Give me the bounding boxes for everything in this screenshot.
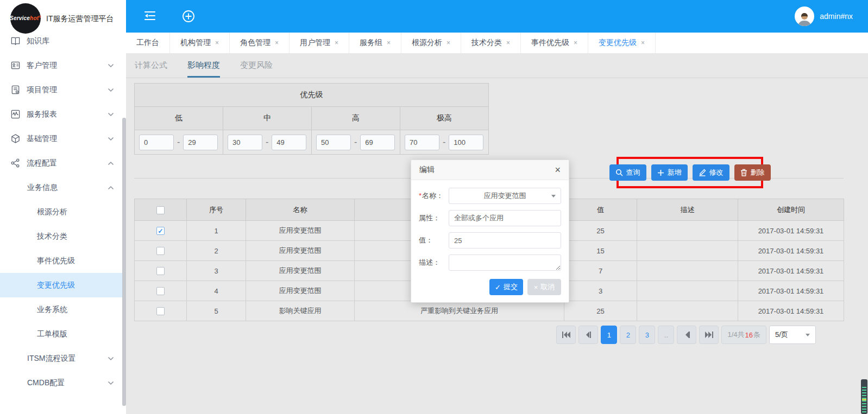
sidebar-item-ticket-template[interactable]: 工单模版 bbox=[0, 322, 126, 346]
user-area[interactable]: admin#nx bbox=[795, 0, 853, 33]
avatar[interactable] bbox=[795, 7, 814, 26]
pagination: 1 2 3 .. 1/4共16条 5/页 bbox=[556, 326, 816, 344]
sidebar-item-itsm-process[interactable]: ITSM流程设置 bbox=[0, 346, 126, 371]
annotation-highlight-box: 查询 新增 修改 删除 bbox=[617, 157, 763, 188]
close-icon[interactable]: × bbox=[641, 39, 645, 47]
chevron-up-icon bbox=[108, 161, 114, 165]
row-checkbox[interactable] bbox=[156, 267, 165, 275]
add-circle-icon[interactable] bbox=[181, 9, 196, 23]
row-checkbox-checked[interactable]: ✓ bbox=[156, 227, 165, 235]
value-field[interactable] bbox=[449, 232, 561, 249]
page-size-select[interactable]: 5/页 bbox=[769, 326, 816, 344]
sidebar-item-base[interactable]: 基础管理 bbox=[0, 126, 126, 151]
sidebar-item-incident-priority[interactable]: 事件优先级 bbox=[0, 249, 126, 273]
row-checkbox[interactable] bbox=[156, 287, 165, 295]
servicehot-logo: Servicehot® bbox=[10, 3, 41, 34]
row-checkbox[interactable] bbox=[156, 247, 165, 255]
sidebar-item-label: 客户管理 bbox=[27, 61, 57, 71]
tab-service-group[interactable]: 服务组× bbox=[349, 33, 401, 53]
page-button-3[interactable]: 3 bbox=[639, 326, 655, 344]
sidebar-item-label: 技术分类 bbox=[37, 232, 67, 241]
sidebar-item-business-system[interactable]: 业务系统 bbox=[0, 297, 126, 322]
priority-medium-min-input[interactable] bbox=[228, 135, 262, 150]
tab-org-mgmt[interactable]: 机构管理× bbox=[170, 33, 230, 53]
sidebar-scrollbar[interactable] bbox=[122, 118, 126, 406]
tab-change-priority[interactable]: 变更优先级× bbox=[588, 33, 656, 53]
close-icon[interactable]: × bbox=[446, 39, 450, 47]
subtab-calc-formula[interactable]: 计算公式 bbox=[135, 53, 167, 78]
add-button[interactable]: 新增 bbox=[651, 164, 688, 181]
delete-button[interactable]: 删除 bbox=[734, 164, 771, 181]
sidebar-item-root-cause[interactable]: 根源分析 bbox=[0, 200, 126, 224]
cancel-button[interactable]: ×取消 bbox=[527, 279, 561, 295]
sidebar-item-knowledge[interactable]: 知识库 bbox=[0, 29, 126, 53]
sidebar-item-projects[interactable]: 项目管理 bbox=[0, 78, 126, 102]
tab-bar: 工作台 机构管理× 角色管理× 用户管理× 服务组× 根源分析× 技术分类× 事… bbox=[126, 33, 868, 53]
tab-workbench[interactable]: 工作台 bbox=[126, 33, 170, 53]
next-page-button[interactable] bbox=[677, 326, 696, 344]
row-checkbox[interactable] bbox=[156, 307, 165, 315]
priority-high-min-input[interactable] bbox=[316, 135, 351, 150]
name-select[interactable]: 应用变更范围 bbox=[449, 188, 561, 204]
logo-text: Service bbox=[10, 16, 30, 22]
report-chart-icon bbox=[10, 109, 21, 120]
close-icon[interactable]: × bbox=[506, 39, 510, 47]
desc-field-label: 描述： bbox=[419, 258, 449, 267]
priority-critical-min-input[interactable] bbox=[405, 135, 439, 150]
priority-critical-max-input[interactable] bbox=[449, 135, 483, 150]
page-button-1[interactable]: 1 bbox=[601, 326, 617, 344]
tab-root-cause[interactable]: 根源分析× bbox=[401, 33, 461, 53]
check-icon: ✓ bbox=[495, 283, 501, 291]
priority-high-max-input[interactable] bbox=[360, 135, 395, 150]
sidebar: Servicehot® IT服务运营管理平台 知识库 客户管理 项目管理 服务报… bbox=[0, 0, 126, 414]
subtab-impact-degree[interactable]: 影响程度 bbox=[187, 53, 220, 78]
select-all-checkbox[interactable] bbox=[156, 206, 165, 214]
col-desc: 描述 bbox=[637, 199, 738, 221]
sidebar-item-cmdb-config[interactable]: CMDB配置 bbox=[0, 371, 126, 395]
submit-button[interactable]: ✓提交 bbox=[489, 279, 523, 295]
tab-tech-category[interactable]: 技术分类× bbox=[461, 33, 521, 53]
priority-medium-max-input[interactable] bbox=[272, 135, 306, 150]
desc-field[interactable] bbox=[449, 254, 561, 271]
share-nodes-icon bbox=[10, 158, 21, 169]
page-button-more[interactable]: .. bbox=[658, 326, 674, 344]
search-button[interactable]: 查询 bbox=[609, 164, 646, 181]
last-page-button[interactable] bbox=[699, 326, 719, 344]
close-icon[interactable]: × bbox=[215, 39, 219, 47]
priority-low-max-input[interactable] bbox=[183, 135, 218, 150]
sidebar-item-label: ITSM流程设置 bbox=[27, 354, 76, 364]
sidebar-item-label: 项目管理 bbox=[27, 85, 57, 95]
required-marker: * bbox=[419, 192, 422, 200]
close-icon[interactable]: × bbox=[574, 39, 577, 47]
tab-incident-priority[interactable]: 事件优先级× bbox=[521, 33, 588, 53]
sidebar-item-reports[interactable]: 服务报表 bbox=[0, 102, 126, 126]
sidebar-item-process-config[interactable]: 流程配置 bbox=[0, 151, 126, 175]
first-page-button[interactable] bbox=[556, 326, 576, 344]
tab-user-mgmt[interactable]: 用户管理× bbox=[290, 33, 349, 53]
close-icon[interactable]: × bbox=[275, 39, 279, 47]
sidebar-item-change-priority[interactable]: 变更优先级 bbox=[0, 273, 126, 297]
sidebar-item-customers[interactable]: 客户管理 bbox=[0, 53, 126, 78]
topbar: admin#nx bbox=[126, 0, 868, 33]
sidebar-item-tech-category[interactable]: 技术分类 bbox=[0, 224, 126, 249]
edit-modal: 编辑 × *名称： 应用变更范围 属性： 值： 描述： bbox=[411, 160, 569, 303]
edit-button[interactable]: 修改 bbox=[693, 164, 729, 181]
cube-icon bbox=[10, 133, 21, 144]
attr-field[interactable] bbox=[449, 210, 561, 226]
close-icon[interactable]: × bbox=[387, 39, 391, 47]
close-icon[interactable]: × bbox=[335, 39, 338, 47]
subtab-change-risk[interactable]: 变更风险 bbox=[240, 53, 273, 78]
sidebar-item-business-info[interactable]: 业务信息 bbox=[0, 175, 126, 200]
page-button-2[interactable]: 2 bbox=[620, 326, 636, 344]
modal-close-icon[interactable]: × bbox=[555, 165, 561, 175]
prev-page-button[interactable] bbox=[578, 326, 598, 344]
collapse-menu-icon[interactable] bbox=[142, 9, 158, 22]
modal-title: 编辑 bbox=[419, 165, 435, 175]
priority-low-min-input[interactable] bbox=[139, 135, 174, 150]
sidebar-item-label: 变更优先级 bbox=[37, 281, 75, 290]
tab-role-mgmt[interactable]: 角色管理× bbox=[230, 33, 290, 53]
performance-widget[interactable] bbox=[861, 379, 867, 414]
username: admin#nx bbox=[820, 12, 853, 21]
modal-footer: ✓提交 ×取消 bbox=[411, 277, 569, 302]
sidebar-item-label: 流程配置 bbox=[27, 158, 57, 168]
